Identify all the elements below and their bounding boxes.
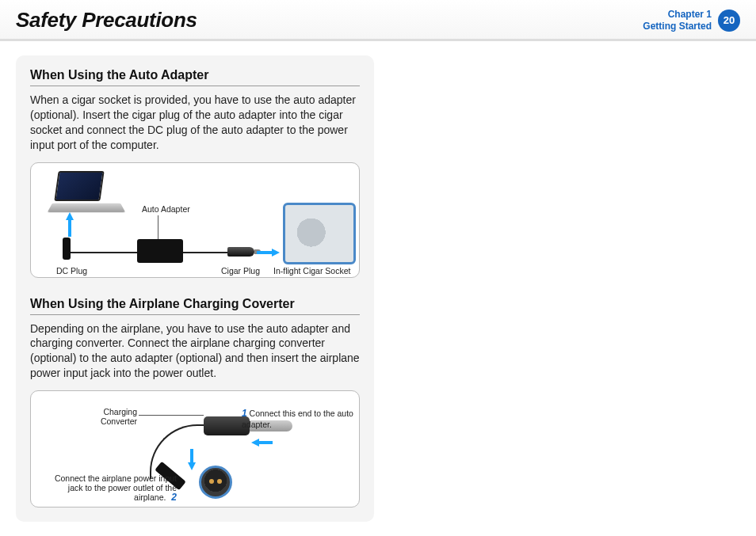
step1-number: 1 xyxy=(242,408,247,419)
wire-icon xyxy=(71,252,137,253)
step2-number: 2 xyxy=(171,492,177,503)
label-cigar-plug: Cigar Plug xyxy=(221,266,260,276)
step1-text: Connect this end to the auto adapter. xyxy=(242,409,353,429)
dc-plug-icon xyxy=(63,238,71,260)
arrow-down-icon xyxy=(188,462,196,470)
arrow-right-icon xyxy=(272,249,280,257)
auto-adapter-diagram: Auto Adapter DC Plug Cigar Plug In-fligh… xyxy=(30,162,360,278)
chapter-line2: Getting Started xyxy=(643,21,712,32)
section1-heading: When Using the Auto Adapter xyxy=(30,68,360,86)
airplane-converter-diagram: Charging Converter 1 Connect this end to… xyxy=(30,390,360,507)
step1: 1 Connect this end to the auto adapter. xyxy=(242,409,359,429)
cigar-socket-icon xyxy=(283,203,356,264)
label-dc-plug: DC Plug xyxy=(56,266,87,276)
chapter-line1: Chapter 1 xyxy=(643,9,712,20)
adapter-brick-icon xyxy=(137,239,183,263)
section2-body: Depending on the airplane, you have to u… xyxy=(30,321,360,382)
wire-icon xyxy=(183,252,227,253)
page-header: Safety Precautions Chapter 1 Getting Sta… xyxy=(0,0,756,41)
label-auto-adapter: Auto Adapter xyxy=(142,204,190,214)
label-charging-converter: Charging Converter xyxy=(74,407,137,426)
section1-body: When a cigar socket is provided, you hav… xyxy=(30,93,360,153)
content-panel: When Using the Auto Adapter When a cigar… xyxy=(16,55,374,522)
cigar-plug-icon xyxy=(227,247,254,257)
leader-line xyxy=(158,215,158,239)
page-number: 20 xyxy=(724,14,735,26)
leader-line xyxy=(139,415,204,416)
arrow-left-icon xyxy=(251,439,259,447)
page-title: Safety Precautions xyxy=(16,8,197,32)
page-number-badge: 20 xyxy=(718,10,740,32)
laptop-icon xyxy=(50,171,123,222)
section2-heading: When Using the Airplane Charging Coverte… xyxy=(30,297,360,315)
arrow-up-icon xyxy=(66,212,74,220)
airplane-outlet-icon xyxy=(199,466,232,499)
step2-text: Connect the airplane power input jack to… xyxy=(55,473,177,502)
step2: Connect the airplane power input jack to… xyxy=(52,473,177,504)
label-inflight-socket: In-flight Cigar Socket xyxy=(273,266,350,276)
chapter-text: Chapter 1 Getting Started xyxy=(643,9,712,32)
content-area: When Using the Auto Adapter When a cigar… xyxy=(0,41,756,536)
chapter-block: Chapter 1 Getting Started 20 xyxy=(643,9,740,32)
